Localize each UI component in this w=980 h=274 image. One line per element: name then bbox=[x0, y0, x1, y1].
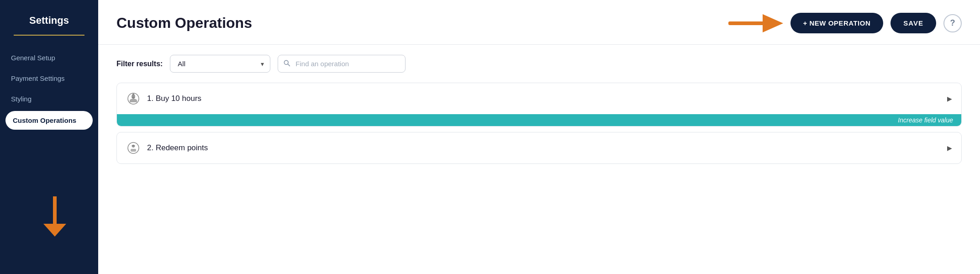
svg-point-5 bbox=[128, 142, 139, 153]
help-label: ? bbox=[950, 18, 955, 28]
operation-item-2: 2. Redeem points ▶ bbox=[116, 132, 962, 164]
filter-label: Filter results: bbox=[116, 60, 163, 68]
operation-row-2[interactable]: 2. Redeem points ▶ bbox=[117, 132, 961, 163]
operation-chevron-2: ▶ bbox=[947, 144, 952, 152]
save-label: SAVE bbox=[903, 19, 923, 27]
help-button[interactable]: ? bbox=[943, 14, 962, 32]
svg-rect-0 bbox=[728, 21, 765, 25]
save-button[interactable]: SAVE bbox=[890, 13, 936, 33]
operation-row-1[interactable]: 1. Buy 10 hours ▶ bbox=[117, 83, 961, 114]
sidebar-item-general-setup[interactable]: General Setup bbox=[0, 48, 98, 67]
sidebar-item-label: General Setup bbox=[11, 54, 55, 62]
svg-rect-7 bbox=[131, 149, 136, 152]
search-icon bbox=[283, 59, 290, 68]
right-arrow-icon bbox=[728, 14, 783, 32]
page-header: Custom Operations + NEW OPERATION SAVE ? bbox=[98, 0, 980, 45]
main-content: Custom Operations + NEW OPERATION SAVE ?… bbox=[98, 0, 980, 274]
sidebar-item-label: Custom Operations bbox=[13, 116, 76, 124]
operation-name-1: 1. Buy 10 hours bbox=[147, 94, 943, 103]
sidebar-item-label: Styling bbox=[11, 95, 32, 103]
filter-row: Filter results: All Active Inactive ▾ bbox=[98, 45, 980, 83]
sidebar: Settings General Setup Payment Settings … bbox=[0, 0, 98, 274]
operation-item-1: 1. Buy 10 hours ▶ Increase field value bbox=[116, 83, 962, 126]
sidebar-item-styling[interactable]: Styling bbox=[0, 90, 98, 108]
operation-name-2: 2. Redeem points bbox=[147, 143, 943, 153]
filter-select[interactable]: All Active Inactive bbox=[170, 55, 270, 73]
new-operation-button[interactable]: + NEW OPERATION bbox=[790, 13, 884, 33]
operation-tag-1: Increase field value bbox=[117, 114, 961, 126]
svg-marker-1 bbox=[763, 14, 783, 32]
operation-icon-2 bbox=[126, 141, 141, 155]
svg-point-6 bbox=[132, 145, 135, 148]
sidebar-divider bbox=[14, 35, 84, 36]
search-wrapper bbox=[278, 55, 406, 73]
search-input[interactable] bbox=[278, 55, 406, 73]
arrow-indicator bbox=[728, 14, 783, 32]
operations-list: 1. Buy 10 hours ▶ Increase field value 2 bbox=[98, 83, 980, 274]
operation-icon-1 bbox=[126, 91, 141, 106]
sidebar-nav: General Setup Payment Settings Styling C… bbox=[0, 48, 98, 131]
header-actions: + NEW OPERATION SAVE ? bbox=[728, 13, 962, 33]
sidebar-item-payment-settings[interactable]: Payment Settings bbox=[0, 69, 98, 88]
svg-line-3 bbox=[288, 64, 290, 66]
sidebar-item-label: Payment Settings bbox=[11, 74, 65, 82]
sidebar-title: Settings bbox=[0, 15, 98, 26]
sidebar-item-custom-operations[interactable]: Custom Operations bbox=[5, 111, 93, 130]
filter-select-wrapper: All Active Inactive ▾ bbox=[170, 55, 270, 73]
page-title: Custom Operations bbox=[116, 15, 719, 32]
new-operation-label: + NEW OPERATION bbox=[803, 19, 871, 27]
operation-chevron-1: ▶ bbox=[947, 95, 952, 102]
